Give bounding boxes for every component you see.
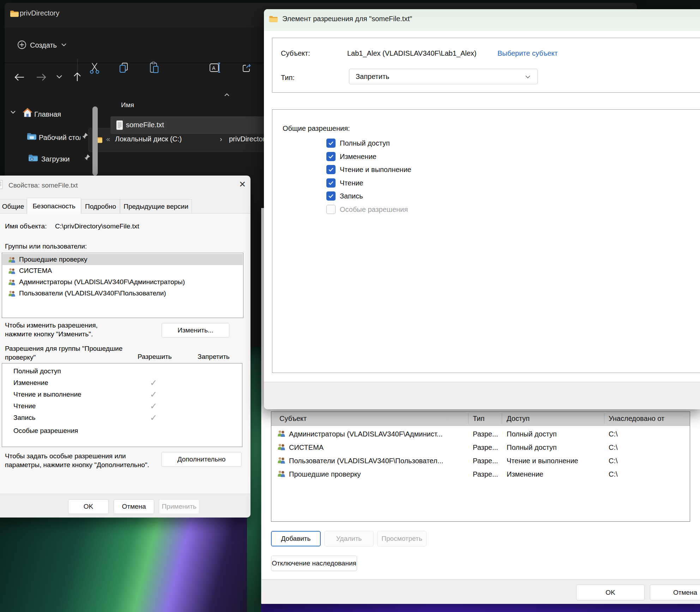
choose-subject-link[interactable]: Выберите субъект (497, 49, 558, 57)
tab-details[interactable]: Подробно (81, 199, 120, 214)
breadcrumb-folder[interactable]: privDirectory (229, 135, 268, 143)
permissions-list[interactable]: Полный доступ Изменение ✓ Чтение и выпол… (2, 363, 242, 447)
table-row[interactable]: СИСТЕМА Разре... Полный доступ C:\ (271, 441, 690, 454)
remove-button[interactable]: Удалить (324, 531, 374, 546)
dialog-footer (264, 382, 700, 409)
chevron-down-icon[interactable] (61, 43, 67, 47)
subject-value: Lab1_Alex (VLADISLAV340F\Lab1_Alex) (347, 49, 477, 57)
checkbox-special-permissions[interactable] (326, 205, 336, 214)
type-dropdown[interactable]: Запретить (349, 69, 538, 84)
apply-button[interactable]: Применить (159, 499, 199, 514)
checkbox-full-control[interactable] (326, 139, 336, 148)
forward-icon[interactable] (35, 73, 47, 82)
home-icon (22, 108, 33, 117)
sidebar-item-desktop[interactable]: Рабочий стол (39, 134, 80, 142)
close-icon[interactable]: ✕ (236, 178, 248, 190)
allow-column-header: Разрешить (138, 353, 172, 361)
user-group-icon (277, 443, 286, 451)
column-header-name[interactable]: Имя (121, 101, 134, 109)
chevron-down-icon (525, 75, 531, 79)
disable-inheritance-button[interactable]: Отключение наследования (271, 556, 357, 571)
permission-row: Запись ✓ (2, 412, 242, 423)
checkbox-read[interactable] (326, 178, 336, 188)
user-group-icon (277, 470, 286, 477)
checkbox-read-execute[interactable] (326, 165, 336, 174)
user-group-icon (8, 268, 16, 274)
permission-row: Чтение ✓ (2, 400, 242, 412)
checkbox-modify[interactable] (326, 152, 336, 161)
header-inherited-from[interactable]: Унаследовано от (609, 415, 664, 423)
allow-checkmark[interactable]: ✓ (143, 390, 164, 399)
file-name[interactable]: someFile.txt (126, 121, 164, 129)
sidebar-item-downloads[interactable]: Загрузки (41, 155, 70, 163)
list-item[interactable]: Администраторы (VLADISLAV340F\Администра… (2, 276, 243, 288)
new-item-icon (17, 40, 27, 50)
table-header: Субъект Тип Доступ Унаследовано от (271, 412, 690, 426)
table-row[interactable]: Администраторы (VLADISLAV340F\Админист..… (271, 427, 690, 441)
downloads-folder-icon (28, 153, 38, 163)
ok-button[interactable]: OK (576, 585, 645, 600)
object-name-value: C:\privDirectory\someFile.txt (55, 222, 139, 230)
properties-dialog: Свойства: someFile.txt ✕ Общие Безопасно… (0, 176, 251, 517)
groups-users-list[interactable]: Прошедшие проверку СИСТЕМА Администратор… (2, 253, 243, 318)
cancel-button[interactable]: Отмена (650, 585, 700, 600)
header-type[interactable]: Тип (473, 415, 484, 423)
permission-row: Чтение и выполнение ✓ (2, 389, 242, 400)
permissions-caption: Разрешения для группы "Прошедшие проверк… (5, 344, 122, 362)
header-access[interactable]: Доступ (507, 415, 530, 423)
desktop-folder-icon (27, 132, 37, 141)
list-item[interactable]: Прошедшие проверку (2, 254, 243, 265)
advanced-hint: Чтобы задать особые разрешения или парам… (5, 452, 149, 469)
allow-checkmark[interactable]: ✓ (143, 378, 164, 388)
advanced-button[interactable]: Дополнительно (161, 452, 242, 467)
file-row-selected[interactable]: someFile.txt (110, 116, 268, 134)
permission-entry-dialog: Элемент разрешения для "someFile.txt" Су… (264, 9, 700, 409)
table-row[interactable]: Прошедшие проверку Разре... Изменение C:… (271, 467, 690, 481)
recent-locations-chevron-icon[interactable] (56, 75, 62, 79)
table-row[interactable]: Пользователи (VLADISLAV340F\Пользовател.… (271, 454, 690, 467)
allow-checkmark[interactable]: ✓ (143, 413, 164, 423)
permission-row: Особые разрешения (2, 425, 242, 436)
edit-button[interactable]: Изменить... (162, 323, 229, 338)
permission-row: Изменение ✓ (2, 377, 242, 388)
user-group-icon (277, 457, 286, 464)
user-group-icon (8, 279, 16, 286)
view-button[interactable]: Просмотреть (377, 531, 427, 546)
add-button[interactable]: Добавить (271, 531, 321, 546)
breadcrumb-separator: › (220, 135, 222, 143)
groups-users-label: Группы или пользователи: (5, 243, 87, 250)
object-name-label: Имя объекта: (5, 222, 47, 230)
explorer-tab-title[interactable]: privDirectory (20, 9, 59, 17)
back-icon[interactable] (13, 73, 25, 82)
cancel-button[interactable]: Отмена (114, 499, 154, 514)
subject-label: Субъект: (281, 49, 310, 57)
tab-general[interactable]: Общие (0, 199, 27, 214)
type-selected-value: Запретить (356, 73, 390, 81)
permissions-table[interactable]: Субъект Тип Доступ Унаследовано от Админ… (271, 411, 690, 522)
breadcrumb-collapse[interactable]: « (106, 135, 110, 143)
sort-ascending-icon[interactable] (224, 93, 230, 97)
up-icon[interactable] (72, 72, 82, 82)
dialog-title: Свойства: someFile.txt (8, 182, 78, 189)
ok-button[interactable]: OK (68, 499, 109, 514)
expand-chevron-icon[interactable] (10, 110, 16, 114)
tab-previous-versions[interactable]: Предыдущие версии (120, 199, 192, 214)
sidebar-scrollbar[interactable] (92, 106, 98, 176)
folder-icon (269, 15, 278, 23)
sidebar-item-home[interactable]: Главная (34, 110, 61, 118)
user-group-icon (8, 290, 16, 297)
list-item[interactable]: СИСТЕМА (2, 265, 243, 276)
type-label: Тип: (281, 74, 295, 82)
tab-security[interactable]: Безопасность (27, 198, 81, 214)
user-group-icon (8, 256, 16, 263)
breadcrumb-drive[interactable]: Локальный диск (C:) (115, 135, 182, 143)
allow-checkmark[interactable]: ✓ (143, 401, 164, 411)
dialog-title: Элемент разрешения для "someFile.txt" (282, 15, 412, 23)
folder-icon (10, 10, 19, 18)
header-subject[interactable]: Субъект (279, 415, 307, 423)
dialog-titlebar: Элемент разрешения для "someFile.txt" (264, 9, 700, 31)
checkbox-write[interactable] (326, 191, 336, 201)
deny-column-header: Запретить (198, 353, 230, 361)
new-button[interactable]: Создать (30, 41, 57, 49)
list-item[interactable]: Пользователи (VLADISLAV340F\Пользователи… (2, 288, 243, 299)
